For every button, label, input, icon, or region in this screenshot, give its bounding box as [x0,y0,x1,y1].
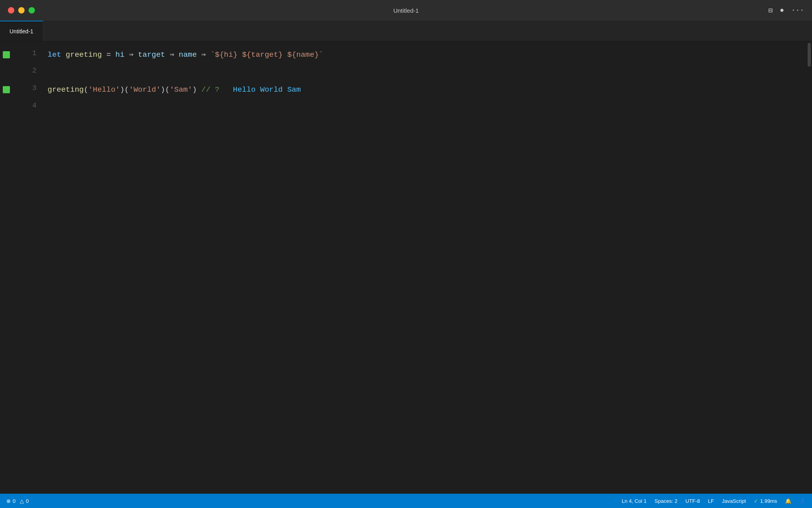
split-editor-icon[interactable]: ⊟ [768,6,773,15]
code-line-3: greeting('Hello')('World')('Sam') // ? H… [48,81,806,98]
traffic-lights [8,7,35,13]
token-comment: // ? [201,86,220,94]
error-icon: ⊗ [6,498,11,504]
check-icon: ✓ [754,498,758,504]
token-template-string: `${hi} ${target} ${name}` [211,51,324,59]
token-greeting-var: greeting [66,51,102,59]
maximize-button[interactable] [29,7,35,13]
gutter-icons [0,44,13,494]
gutter-icon-line1 [0,46,13,64]
line-numbers: 1 2 3 4 [13,44,41,494]
language-mode[interactable]: JavaScript [722,498,746,504]
minimize-button[interactable] [18,7,25,13]
warning-icon: △ [20,498,24,504]
token-space2 [219,86,233,94]
code-line-1: let greeting = hi ⇒ target ⇒ name ⇒ `${h… [48,46,806,64]
timing: ✓ 1.99ms [754,498,777,504]
token-sam: 'Sam' [170,86,192,94]
token-paren1: ( [84,86,88,94]
title-bar: Untitled-1 ⊟ ● ··· [0,0,812,21]
status-bar: ⊗ 0 △ 0 Ln 4, Col 1 Spaces: 2 UTF-8 LF J… [0,494,812,508]
circle-icon: ● [780,6,784,14]
notifications-icon[interactable]: 🔔 [785,498,791,504]
token-paren4: ) [192,86,197,94]
remote-icon[interactable]: 👤 [799,498,806,504]
token-hello: 'Hello' [88,86,120,94]
error-count: 0 [13,498,15,504]
encoding[interactable]: UTF-8 [686,498,700,504]
token-name: name [179,51,197,59]
status-bar-left: ⊗ 0 △ 0 [6,498,29,504]
token-hi: hi [115,51,124,59]
line-ending[interactable]: LF [708,498,714,504]
line-number-1: 1 [17,44,36,62]
token-result: Hello World Sam [233,86,301,94]
indentation[interactable]: Spaces: 2 [655,498,678,504]
token-let: let [48,51,66,59]
token-arrow1: ⇒ [124,51,138,59]
gutter-icon-line3 [0,81,13,98]
code-area[interactable]: 1 2 3 4 let greeting = hi ⇒ target ⇒ nam… [0,41,806,494]
status-bar-right: Ln 4, Col 1 Spaces: 2 UTF-8 LF JavaScrip… [622,498,806,504]
code-line-4 [48,98,806,116]
breakpoint-line1[interactable] [3,51,10,58]
errors-count[interactable]: ⊗ 0 △ 0 [6,498,29,504]
token-paren3: )( [161,86,170,94]
line-number-2: 2 [17,62,36,79]
warning-count: 0 [26,498,29,504]
timing-value: 1.99ms [760,498,777,504]
scrollbar[interactable] [806,41,812,494]
token-arrow3: ⇒ [197,51,210,59]
token-paren2: )( [120,86,129,94]
more-actions-icon[interactable]: ··· [791,6,804,14]
title-bar-actions: ⊟ ● ··· [768,6,804,15]
line-number-4: 4 [17,97,36,114]
bell-icon: 🔔 [785,498,791,504]
gutter-icon-line4 [0,98,13,116]
token-greeting-fn: greeting [48,86,84,94]
gutter-icon-line2 [0,64,13,81]
token-target: target [138,51,165,59]
person-icon: 👤 [799,498,806,504]
tab-bar: Untitled-1 [0,21,812,41]
editor-container: 1 2 3 4 let greeting = hi ⇒ target ⇒ nam… [0,41,812,494]
token-arrow2: ⇒ [165,51,179,59]
token-world: 'World' [129,86,161,94]
token-space [197,86,201,94]
code-line-2 [48,64,806,81]
window-title: Untitled-1 [393,7,419,14]
code-editor[interactable]: let greeting = hi ⇒ target ⇒ name ⇒ `${h… [41,44,806,494]
scrollbar-thumb[interactable] [808,43,811,67]
close-button[interactable] [8,7,14,13]
breakpoint-line3[interactable] [3,86,10,93]
tab-untitled-1[interactable]: Untitled-1 [0,21,43,41]
cursor-position[interactable]: Ln 4, Col 1 [622,498,647,504]
line-number-3: 3 [17,79,36,97]
token-eq: = [102,51,115,59]
